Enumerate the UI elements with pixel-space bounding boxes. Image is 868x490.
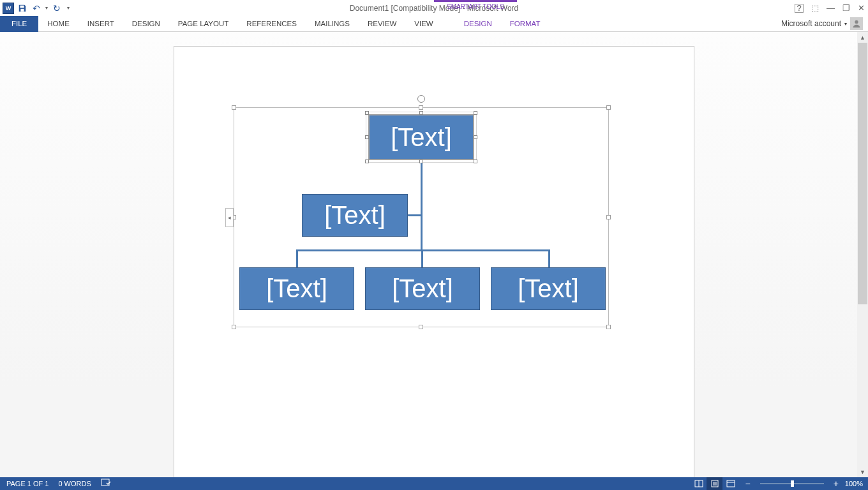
window-controls: ? ⬚ ― ❐ ✕: [795, 3, 865, 13]
vertical-scrollbar[interactable]: ▲ ▼: [857, 32, 868, 477]
spellcheck-icon[interactable]: [101, 479, 111, 489]
undo-dropdown-icon[interactable]: ▾: [43, 1, 50, 15]
svg-point-11: [855, 20, 858, 24]
tab-smartart-design[interactable]: DESIGN: [455, 16, 501, 32]
node-resize-handle[interactable]: [474, 135, 477, 139]
zoom-slider[interactable]: [760, 483, 824, 484]
node-text: [Text]: [391, 123, 452, 152]
save-icon[interactable]: [15, 1, 29, 15]
web-layout-icon[interactable]: [722, 477, 738, 490]
redo-icon[interactable]: ↻: [50, 1, 64, 15]
zoom-in-icon[interactable]: +: [834, 479, 839, 489]
node-text: [Text]: [518, 274, 579, 303]
scroll-up-icon[interactable]: ▲: [857, 32, 868, 43]
resize-handle[interactable]: [606, 105, 611, 110]
zoom-out-icon[interactable]: −: [745, 479, 750, 489]
minimize-icon[interactable]: ―: [827, 3, 835, 13]
account-label: Microsoft account: [781, 19, 841, 28]
tab-file[interactable]: FILE: [0, 16, 38, 32]
node-resize-handle[interactable]: [419, 160, 423, 163]
node-resize-handle[interactable]: [365, 160, 369, 163]
smartart-node-top[interactable]: [Text]: [368, 114, 474, 160]
scroll-thumb[interactable]: [858, 43, 867, 304]
node-resize-handle[interactable]: [365, 135, 369, 139]
tab-references[interactable]: REFERENCES: [237, 16, 306, 32]
restore-icon[interactable]: ❐: [842, 3, 850, 13]
resize-handle[interactable]: [419, 325, 423, 329]
page-indicator[interactable]: PAGE 1 OF 1: [6, 480, 49, 487]
resize-handle[interactable]: [232, 325, 236, 329]
smartart-node-assistant[interactable]: [Text]: [302, 194, 408, 237]
zoom-level[interactable]: 100%: [845, 480, 863, 487]
connector: [408, 214, 422, 216]
tab-home[interactable]: HOME: [38, 16, 79, 32]
view-buttons: [691, 477, 738, 490]
qat-customize-icon[interactable]: ▾: [64, 1, 73, 15]
resize-handle[interactable]: [606, 325, 611, 329]
tab-view[interactable]: VIEW: [405, 16, 442, 32]
tab-page-layout[interactable]: PAGE LAYOUT: [169, 16, 237, 32]
close-icon[interactable]: ✕: [858, 3, 865, 13]
resize-handle[interactable]: [419, 105, 423, 110]
scroll-down-icon[interactable]: ▼: [857, 466, 868, 477]
svg-rect-10: [20, 8, 24, 11]
title-bar: W ↶ ▾ ↻ ▾ Document1 [Compatibility Mode]…: [0, 0, 868, 16]
tab-smartart-format[interactable]: FORMAT: [501, 16, 550, 32]
connector: [421, 162, 423, 249]
quick-access-toolbar: W ↶ ▾ ↻ ▾: [0, 1, 73, 15]
rotate-handle[interactable]: [417, 95, 425, 103]
print-layout-icon[interactable]: [707, 477, 722, 490]
connector: [421, 249, 423, 269]
tab-insert[interactable]: INSERT: [79, 16, 123, 32]
text-pane-toggle[interactable]: ◂: [225, 208, 234, 227]
page[interactable]: ◂ [Text] [Text] [Text] [Text]: [174, 46, 694, 477]
zoom-thumb[interactable]: [791, 480, 794, 487]
contextual-tab-label: SMARTART TOOLS: [434, 0, 517, 16]
node-resize-handle[interactable]: [474, 111, 477, 115]
svg-rect-9: [20, 5, 24, 8]
status-bar: PAGE 1 OF 1 0 WORDS − + 100%: [0, 477, 868, 490]
connector: [296, 249, 298, 269]
avatar-icon: [850, 17, 863, 30]
word-count[interactable]: 0 WORDS: [58, 480, 91, 487]
smartart-node-child[interactable]: [Text]: [491, 267, 606, 310]
word-app-icon[interactable]: W: [1, 1, 15, 15]
svg-rect-19: [727, 480, 735, 487]
resize-handle[interactable]: [232, 105, 236, 110]
ribbon-tabs: FILE HOME INSERT DESIGN PAGE LAYOUT REFE…: [0, 16, 868, 32]
smartart-container[interactable]: ◂ [Text] [Text] [Text] [Text]: [234, 107, 609, 327]
smartart-node-child[interactable]: [Text]: [365, 267, 480, 310]
node-text: [Text]: [392, 274, 453, 303]
connector: [548, 249, 550, 269]
node-resize-handle[interactable]: [419, 111, 423, 115]
connector: [296, 249, 550, 251]
tab-design[interactable]: DESIGN: [123, 16, 169, 32]
node-text: [Text]: [324, 201, 385, 230]
help-icon[interactable]: ?: [795, 4, 804, 13]
undo-icon[interactable]: ↶: [29, 1, 43, 15]
tab-mailings[interactable]: MAILINGS: [306, 16, 359, 32]
account-area[interactable]: Microsoft account ▾: [781, 17, 863, 30]
tab-review[interactable]: REVIEW: [359, 16, 405, 32]
read-mode-icon[interactable]: [691, 477, 707, 490]
account-dropdown-icon: ▾: [844, 21, 847, 27]
node-resize-handle[interactable]: [365, 111, 369, 115]
node-text: [Text]: [266, 274, 327, 303]
document-area: ◂ [Text] [Text] [Text] [Text]: [0, 32, 868, 477]
node-resize-handle[interactable]: [474, 160, 477, 163]
ribbon-display-options-icon[interactable]: ⬚: [811, 3, 819, 13]
smartart-node-child[interactable]: [Text]: [239, 267, 354, 310]
resize-handle[interactable]: [606, 215, 611, 219]
